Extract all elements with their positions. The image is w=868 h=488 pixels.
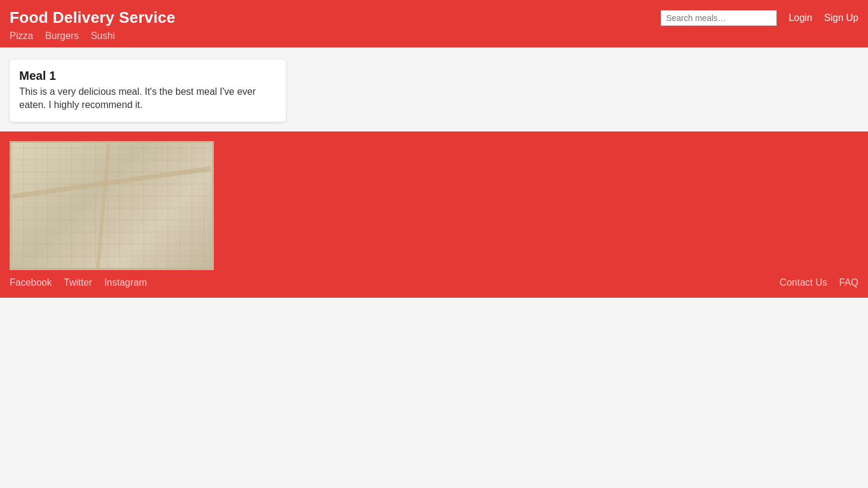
social-links: Facebook Twitter Instagram [10,277,147,288]
meal-grid: Meal 1 This is a very delicious meal. It… [10,59,858,122]
faq-link[interactable]: FAQ [839,277,858,288]
contact-us-link[interactable]: Contact Us [780,277,827,288]
signup-link[interactable]: Sign Up [824,13,858,23]
meal-title: Meal 1 [19,69,276,83]
main-nav: Pizza Burgers Sushi [10,31,858,41]
nav-burgers[interactable]: Burgers [45,31,79,41]
footer-links: Facebook Twitter Instagram Contact Us FA… [10,277,858,288]
nav-sushi[interactable]: Sushi [91,31,115,41]
map-image [10,141,214,270]
header-right: Login Sign Up [661,10,858,26]
main-content: Meal 1 This is a very delicious meal. It… [0,47,868,131]
util-links: Contact Us FAQ [780,277,858,288]
site-footer: Facebook Twitter Instagram Contact Us FA… [0,131,868,298]
meal-card: Meal 1 This is a very delicious meal. It… [10,59,286,122]
facebook-link[interactable]: Facebook [10,277,52,288]
instagram-link[interactable]: Instagram [104,277,147,288]
map-container [10,141,858,270]
meal-description: This is a very delicious meal. It's the … [19,85,276,112]
site-header: Food Delivery Service Login Sign Up Pizz… [0,0,868,47]
search-input[interactable] [661,10,777,26]
nav-pizza[interactable]: Pizza [10,31,33,41]
twitter-link[interactable]: Twitter [64,277,92,288]
brand-title: Food Delivery Service [10,8,175,27]
login-link[interactable]: Login [789,13,812,23]
